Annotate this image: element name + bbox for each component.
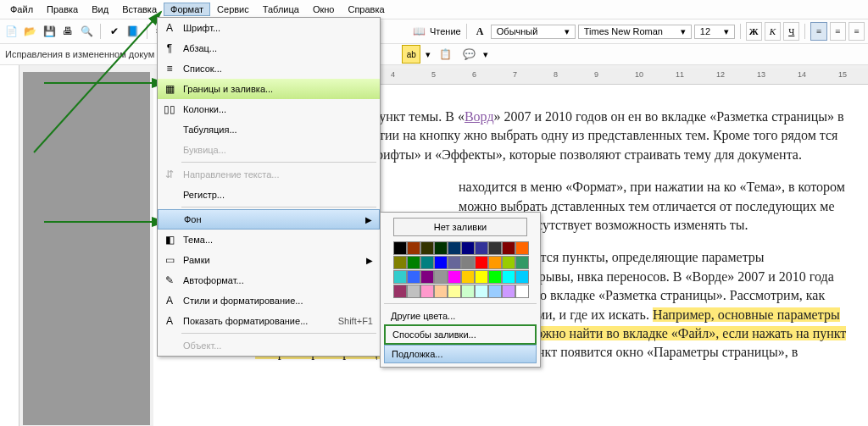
color-swatch[interactable] (407, 285, 420, 298)
menu-item[interactable]: ▭Рамки▶ (158, 250, 380, 270)
color-swatch[interactable] (461, 241, 475, 255)
standard-toolbar: 📄 📂 💾 🖶 🔍 ✔ 📘 ✂ 📖 Чтение A Обычный▾ Time… (0, 19, 868, 44)
menu-table[interactable]: Таблица (256, 3, 306, 16)
align-center-button[interactable]: ≡ (830, 22, 846, 41)
color-swatch[interactable] (393, 270, 407, 284)
print-preview-icon[interactable]: 🔍 (79, 22, 95, 41)
color-swatch[interactable] (488, 241, 502, 255)
color-swatch[interactable] (407, 241, 420, 255)
fill-methods-item[interactable]: Способы заливки... (384, 324, 537, 345)
reading-icon[interactable]: 📖 (411, 22, 427, 41)
menu-item[interactable]: ▯▯Колонки... (158, 99, 380, 119)
color-swatch[interactable] (488, 256, 502, 269)
color-swatch[interactable] (475, 256, 488, 269)
research-icon[interactable]: 📘 (125, 22, 141, 41)
color-swatch[interactable] (502, 270, 515, 284)
highlight-icon[interactable]: ab (402, 45, 420, 64)
color-swatch[interactable] (420, 285, 434, 298)
bold-button[interactable]: Ж (746, 22, 762, 41)
balloon-icon[interactable]: 💬 (459, 45, 478, 64)
format-dropdown: AШрифт...¶Абзац...≡Список...▦Границы и з… (157, 17, 381, 357)
other-colors-item[interactable]: Другие цвета... (384, 307, 537, 324)
color-swatch[interactable] (393, 285, 407, 298)
menu-item-label: Буквица... (183, 145, 226, 155)
menu-item-icon: ▭ (162, 252, 177, 268)
color-swatch[interactable] (434, 285, 448, 298)
menu-item-label: Автоформат... (183, 275, 244, 285)
menu-edit[interactable]: Правка (40, 3, 85, 16)
menu-item[interactable]: AШрифт... (158, 18, 380, 38)
underline-button[interactable]: Ч (783, 22, 799, 41)
color-swatch[interactable] (461, 285, 475, 298)
menu-item[interactable]: ▦Границы и заливка... (158, 79, 380, 99)
color-swatch[interactable] (434, 241, 448, 255)
menu-insert[interactable]: Вставка (115, 3, 164, 16)
menu-service[interactable]: Сервис (210, 3, 256, 16)
italic-button[interactable]: К (765, 22, 781, 41)
color-swatch[interactable] (515, 285, 529, 298)
color-swatch[interactable] (475, 285, 488, 298)
align-right-button[interactable]: ≡ (849, 22, 865, 41)
size-combo[interactable]: 12▾ (694, 25, 735, 39)
color-swatch[interactable] (393, 256, 407, 269)
color-swatch[interactable] (448, 256, 461, 269)
color-swatch[interactable] (448, 285, 461, 298)
menu-item-icon: ▦ (162, 81, 177, 97)
color-swatch[interactable] (420, 256, 434, 269)
menu-item[interactable]: ✎Автоформат... (158, 270, 380, 290)
color-swatch[interactable] (434, 256, 448, 269)
menu-format[interactable]: Формат (164, 3, 210, 16)
color-swatch[interactable] (461, 256, 475, 269)
menu-help[interactable]: Справка (341, 3, 391, 16)
color-swatch[interactable] (515, 270, 529, 284)
menu-view[interactable]: Вид (85, 3, 115, 16)
menu-item-icon: A (162, 313, 177, 329)
menu-item[interactable]: ≡Список... (158, 58, 380, 79)
print-icon[interactable]: 🖶 (60, 22, 76, 41)
menu-item[interactable]: Фон▶ (158, 209, 380, 230)
open-icon[interactable]: 📂 (22, 22, 38, 41)
color-swatch[interactable] (502, 241, 515, 255)
menu-item[interactable]: AПоказать форматирование...Shift+F1 (158, 311, 380, 331)
menu-item[interactable]: ¶Абзац... (158, 38, 380, 58)
menu-item-icon: ✎ (162, 273, 177, 288)
color-swatch[interactable] (502, 256, 515, 269)
color-swatch[interactable] (475, 270, 488, 284)
menu-item-label: Границы и заливка... (183, 84, 273, 94)
color-swatch[interactable] (515, 241, 529, 255)
menu-item[interactable]: Регистр... (158, 185, 380, 205)
color-swatch[interactable] (420, 241, 434, 255)
color-swatch[interactable] (515, 256, 529, 269)
new-doc-icon[interactable]: 📄 (3, 22, 19, 41)
no-fill-button[interactable]: Нет заливки (393, 218, 527, 236)
align-left-button[interactable]: ≡ (810, 22, 826, 41)
color-swatch[interactable] (502, 285, 515, 298)
color-swatch[interactable] (475, 241, 488, 255)
color-swatch[interactable] (448, 241, 461, 255)
font-combo[interactable]: Times New Roman▾ (578, 25, 692, 39)
link-word[interactable]: Ворд (465, 109, 494, 124)
style-combo[interactable]: Обычный▾ (491, 25, 576, 39)
comment-icon[interactable]: 📋 (436, 45, 454, 64)
color-swatch[interactable] (461, 270, 475, 284)
save-icon[interactable]: 💾 (42, 22, 58, 41)
color-swatch[interactable] (407, 270, 420, 284)
menu-item[interactable]: AСтили и форматирование... (158, 290, 380, 311)
menu-item[interactable]: ◧Тема... (158, 230, 380, 250)
menu-item-label: Тема... (183, 235, 213, 245)
menu-item-label: Фон (184, 214, 202, 224)
menu-item-label: Список... (183, 64, 222, 74)
color-swatch[interactable] (407, 256, 420, 269)
color-swatch[interactable] (393, 241, 407, 255)
menu-file[interactable]: Файл (3, 3, 40, 16)
menu-item[interactable]: Табуляция... (158, 119, 380, 140)
color-swatch[interactable] (420, 270, 434, 284)
watermark-item[interactable]: Подложка... (384, 345, 537, 363)
color-swatch[interactable] (488, 285, 502, 298)
color-swatch[interactable] (488, 270, 502, 284)
color-swatch[interactable] (448, 270, 461, 284)
menu-window[interactable]: Окно (306, 3, 342, 16)
para-icon[interactable]: A (472, 22, 488, 41)
color-swatch[interactable] (434, 270, 448, 284)
spellcheck-icon[interactable]: ✔ (106, 22, 122, 41)
